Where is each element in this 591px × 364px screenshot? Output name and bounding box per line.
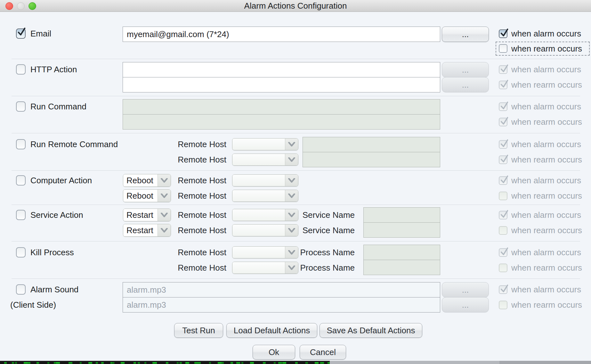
alarm-actions-dialog: Alarm Actions Configuration Email ... wh… (0, 0, 591, 364)
section-divider (12, 205, 580, 205)
run-remote-when-alarm-label: when alarm occurs (511, 139, 581, 149)
section-divider (12, 96, 580, 97)
http-when-rearm-checkbox (499, 81, 507, 89)
remote-host-label: Remote Host (170, 263, 226, 273)
remote-host-label: Remote Host (170, 210, 226, 220)
run-command-alarm-input[interactable] (123, 99, 440, 115)
remote-host-select[interactable] (232, 174, 298, 186)
computer-action-checkbox[interactable] (16, 175, 26, 186)
alarm-sound-browse-rearm-button: ... (442, 297, 489, 313)
kill-process-checkbox[interactable] (16, 247, 26, 257)
run-command-rearm-input[interactable] (123, 114, 440, 130)
cancel-button[interactable]: Cancel (300, 345, 346, 360)
client-side-label: (Client Side) (10, 300, 56, 310)
chevron-down-icon (285, 138, 298, 150)
remote-command-alarm-input[interactable] (303, 137, 440, 152)
computer-action-select[interactable]: Reboot (123, 174, 171, 187)
alarm-sound-label: Alarm Sound (30, 285, 78, 295)
alarm-sound-rearm-input[interactable] (123, 297, 440, 313)
remote-host-select[interactable] (232, 190, 298, 202)
chevron-down-icon (285, 175, 298, 186)
section-divider (12, 241, 580, 242)
run-remote-command-checkbox[interactable] (16, 139, 26, 149)
alarm-sound-when-rearm-checkbox (499, 301, 507, 309)
email-when-rearm-checkbox[interactable] (499, 44, 507, 53)
email-checkbox[interactable] (16, 28, 26, 39)
service-action-select[interactable]: Restart (123, 224, 171, 237)
http-url-alarm-input[interactable] (123, 62, 440, 77)
http-when-alarm-checkbox (499, 65, 507, 74)
kill-when-rearm-label: when rearm occurs (511, 263, 582, 273)
section-divider (12, 59, 580, 59)
background-windows-strip (0, 361, 591, 364)
run-command-label: Run Command (30, 102, 86, 112)
chevron-down-icon (158, 190, 171, 202)
kill-when-alarm-checkbox (499, 248, 507, 257)
remote-host-select[interactable] (232, 138, 298, 150)
chevron-down-icon (158, 224, 171, 236)
remote-host-select[interactable] (232, 154, 298, 166)
service-when-alarm-label: when alarm occurs (511, 210, 581, 220)
service-when-alarm-checkbox (499, 211, 507, 219)
remote-host-label: Remote Host (170, 176, 226, 186)
kill-when-alarm-label: when alarm occurs (511, 248, 581, 257)
email-browse-button[interactable]: ... (442, 27, 489, 42)
save-as-default-actions-button[interactable]: Save As Default Actions (320, 323, 422, 338)
process-name-label: Process Name (288, 263, 355, 273)
process-name-label: Process Name (288, 248, 355, 257)
service-action-checkbox[interactable] (16, 210, 26, 220)
alarm-sound-alarm-input[interactable] (123, 282, 440, 297)
email-when-alarm-checkbox[interactable] (499, 29, 507, 38)
chevron-down-icon (158, 209, 171, 221)
service-name-alarm-input[interactable] (363, 207, 440, 223)
alarm-sound-when-rearm-label: when rearm occurs (511, 300, 582, 310)
remote-host-label: Remote Host (170, 155, 226, 165)
computer-when-alarm-label: when alarm occurs (511, 176, 581, 186)
process-name-alarm-input[interactable] (363, 245, 440, 260)
http-browse-rearm-button: ... (442, 77, 489, 92)
service-action-select[interactable]: Restart (123, 209, 171, 221)
run-command-when-rearm-checkbox (499, 118, 507, 126)
computer-action-label: Computer Action (30, 176, 92, 186)
remote-host-label: Remote Host (170, 226, 226, 235)
alarm-sound-checkbox[interactable] (16, 284, 26, 295)
run-command-when-alarm-label: when alarm occurs (511, 102, 581, 112)
ok-button[interactable]: Ok (253, 345, 295, 360)
load-default-actions-button[interactable]: Load Default Actions (226, 323, 317, 338)
http-browse-alarm-button: ... (442, 62, 489, 77)
test-run-button[interactable]: Test Run (174, 323, 223, 338)
computer-when-alarm-checkbox (499, 176, 507, 185)
run-remote-when-alarm-checkbox (499, 140, 507, 149)
window-title: Alarm Actions Configuration (0, 0, 591, 12)
titlebar: Alarm Actions Configuration (0, 0, 591, 12)
run-command-when-rearm-label: when rearm occurs (511, 117, 582, 127)
process-name-rearm-input[interactable] (363, 260, 440, 275)
run-remote-when-rearm-label: when rearm occurs (511, 155, 582, 165)
service-name-rearm-input[interactable] (363, 222, 440, 238)
http-when-rearm-label: when rearm occurs (511, 80, 582, 90)
http-action-label: HTTP Action (30, 65, 77, 75)
run-remote-command-label: Run Remote Command (30, 139, 118, 149)
service-when-rearm-label: when rearm occurs (511, 226, 582, 235)
terminal-window-edge (0, 361, 330, 364)
http-action-checkbox[interactable] (16, 64, 26, 75)
email-label: Email (30, 29, 51, 39)
remote-command-rearm-input[interactable] (303, 152, 440, 167)
alarm-sound-when-alarm-label: when alarm occurs (511, 285, 581, 295)
section-divider (12, 279, 580, 279)
kill-when-rearm-checkbox (499, 264, 507, 272)
run-command-when-alarm-checkbox (499, 102, 507, 111)
email-when-rearm-label: when rearm occurs (511, 44, 582, 54)
computer-action-select[interactable]: Reboot (123, 189, 171, 202)
run-command-checkbox[interactable] (16, 101, 26, 112)
service-name-label: Service Name (288, 210, 355, 220)
remote-host-label: Remote Host (170, 248, 226, 257)
http-when-alarm-label: when alarm occurs (511, 65, 581, 75)
service-action-label: Service Action (30, 210, 83, 220)
chevron-down-icon (158, 174, 171, 186)
alarm-sound-when-alarm-checkbox (499, 285, 507, 294)
alarm-sound-browse-alarm-button: ... (442, 282, 489, 297)
email-when-alarm-label: when alarm occurs (511, 29, 581, 39)
http-url-rearm-input[interactable] (123, 77, 440, 92)
email-address-input[interactable] (123, 27, 440, 42)
